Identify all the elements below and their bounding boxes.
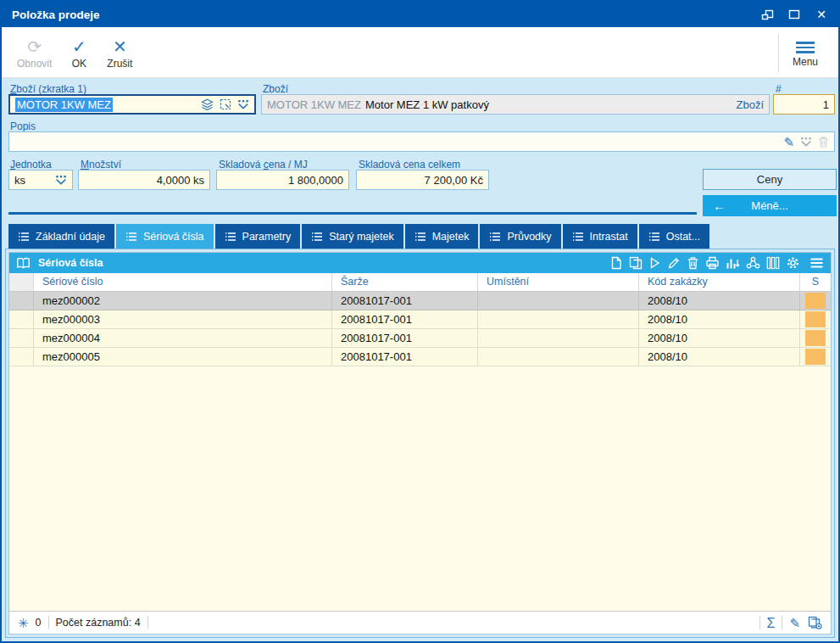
popis-delete-trash-icon[interactable]	[818, 136, 829, 148]
list-icon	[225, 232, 236, 242]
mnozstvi-label: Množství	[81, 159, 121, 171]
line-number-input[interactable]: 1	[773, 94, 835, 115]
copy-record-icon[interactable]	[629, 256, 643, 270]
line-number-value: 1	[779, 98, 829, 111]
list-icon	[125, 232, 137, 242]
relations-icon[interactable]	[746, 256, 760, 270]
menu-button[interactable]: Menu	[781, 31, 830, 75]
cell-batch: 20081017-001	[331, 348, 477, 366]
grid-column-headers: Sériové číslo Šarže Umístění Kód zakázky…	[9, 273, 831, 292]
table-row[interactable]: mez000002 20081017-001 2008/10	[9, 292, 831, 310]
grid-title: Sériová čísla	[38, 257, 604, 269]
table-row[interactable]: mez000004 20081017-001 2008/10	[9, 329, 831, 348]
zbozi-zkratka-input[interactable]: MOTOR 1KW MEZ	[8, 94, 256, 115]
toolbar-separator	[778, 34, 779, 72]
mnozstvi-value: 4,0000 ks	[84, 174, 204, 187]
cell-serial: mez000005	[33, 348, 331, 366]
table-row[interactable]: mez000005 20081017-001 2008/10	[9, 348, 831, 366]
tab-ostatni[interactable]: Ostat...	[639, 224, 709, 249]
row-selector	[9, 310, 33, 328]
columns-icon[interactable]	[766, 256, 780, 270]
column-header-batch[interactable]: Šarže	[331, 273, 477, 291]
jednotka-dropdown-icon[interactable]	[55, 176, 67, 185]
cena-celkem-input[interactable]: 7 200,00 Kč	[356, 170, 489, 190]
tab-stary-majetek[interactable]: Starý majetek	[302, 224, 403, 249]
delete-record-icon[interactable]	[687, 256, 699, 270]
cena-celkem-value: 7 200,00 Kč	[362, 174, 483, 187]
cena-mj-input[interactable]: 1 800,0000	[216, 170, 349, 190]
column-header-order[interactable]: Kód zakázky	[638, 273, 799, 291]
zbozi-display-field[interactable]: MOTOR 1KW MEZ Motor MEZ 1 kW patkový Zbo…	[261, 94, 770, 115]
chart-icon[interactable]	[726, 257, 740, 270]
form-divider	[8, 212, 697, 215]
ok-label: OK	[72, 58, 86, 70]
mene-button[interactable]: ← Méně...	[703, 195, 837, 216]
edit-record-icon[interactable]	[667, 256, 681, 270]
tab-majetek[interactable]: Majetek	[405, 224, 479, 249]
popis-label: Popis	[10, 120, 36, 132]
book-icon	[16, 257, 31, 269]
new-record-icon[interactable]	[609, 256, 623, 270]
tab-intrastat[interactable]: Intrastat	[563, 224, 637, 249]
status-separator	[48, 616, 49, 629]
zbozi-zkratka-label: Zboží (zkratka 1)	[10, 83, 86, 95]
tab-seriova-cisla[interactable]: Sériová čísla	[116, 224, 214, 249]
restore-window-icon[interactable]	[755, 4, 779, 25]
jednotka-icons	[55, 176, 67, 185]
settings-gear-icon[interactable]	[786, 256, 800, 270]
menu-label: Menu	[793, 56, 818, 68]
cell-order: 2008/10	[638, 292, 799, 310]
popis-dropdown-icon[interactable]	[800, 137, 812, 147]
column-header-status[interactable]: S	[799, 273, 831, 291]
jednotka-select[interactable]: ks	[8, 170, 73, 190]
mene-label: Méně...	[751, 199, 787, 212]
list-icon	[414, 232, 426, 242]
cell-batch: 20081017-001	[331, 292, 477, 310]
tab-parametry[interactable]: Parametry	[215, 224, 301, 249]
grid-empty-area[interactable]	[9, 366, 831, 611]
popis-input[interactable]: ✎	[8, 131, 835, 152]
status-swatch	[805, 293, 826, 309]
zbozi-label: Zboží	[263, 83, 288, 95]
row-selector-column-header[interactable]	[9, 273, 33, 291]
mnozstvi-input[interactable]: 4,0000 ks	[78, 170, 210, 190]
titlebar[interactable]: Položka prodeje ✕	[2, 2, 838, 27]
sum-sigma-icon[interactable]: Σ	[767, 617, 776, 629]
cell-location	[477, 329, 638, 347]
cell-batch: 20081017-001	[331, 329, 477, 347]
cell-location	[477, 348, 638, 366]
add-copy-icon[interactable]	[808, 616, 822, 629]
column-header-location[interactable]: Umístění	[477, 273, 638, 291]
maximize-icon[interactable]	[782, 4, 806, 25]
zbozi-link[interactable]: Zboží	[729, 98, 764, 111]
column-header-serial[interactable]: Sériové číslo	[33, 273, 331, 291]
grid-menu-icon[interactable]	[809, 257, 824, 269]
refresh-icon: ⟳	[27, 37, 42, 56]
ceny-button[interactable]: Ceny	[703, 169, 837, 190]
zbozi-zkratka-field-icons	[201, 98, 249, 111]
cell-status	[799, 292, 831, 310]
ok-button[interactable]: ✓ OK	[58, 31, 99, 75]
cell-status	[799, 348, 831, 366]
status-bar: ✳ 0 Počet záznamů: 4 Σ ✎	[9, 611, 831, 634]
tab-pruvodky[interactable]: Průvodky	[480, 224, 560, 249]
refresh-button[interactable]: ⟳ Obnovit	[10, 31, 58, 75]
main-toolbar: ⟳ Obnovit ✓ OK ✕ Zrušit Menu	[2, 27, 838, 78]
quick-edit-pencil-icon[interactable]: ✎	[789, 617, 800, 629]
table-row[interactable]: mez000003 20081017-001 2008/10	[9, 310, 831, 329]
stock-layers-icon[interactable]	[201, 98, 214, 111]
cell-serial: mez000002	[33, 292, 331, 310]
print-icon[interactable]	[705, 256, 720, 270]
list-icon	[489, 232, 501, 242]
busy-asterisk-icon: ✳	[18, 617, 29, 629]
tab-zakladni-udaje[interactable]: Základní údaje	[8, 224, 114, 249]
run-record-icon[interactable]	[648, 256, 661, 270]
cancel-button[interactable]: ✕ Zrušit	[99, 31, 140, 75]
close-icon[interactable]: ✕	[809, 4, 833, 25]
sale-item-form: Zboží (zkratka 1) MOTOR 1KW MEZ Zboží MO…	[2, 78, 838, 224]
cena-mj-value: 1 800,0000	[222, 174, 343, 187]
selection-frame-icon[interactable]	[220, 98, 231, 110]
popis-edit-pencil-icon[interactable]: ✎	[783, 136, 794, 148]
cell-serial: mez000003	[33, 310, 331, 328]
dropdown-icon[interactable]	[237, 100, 249, 109]
